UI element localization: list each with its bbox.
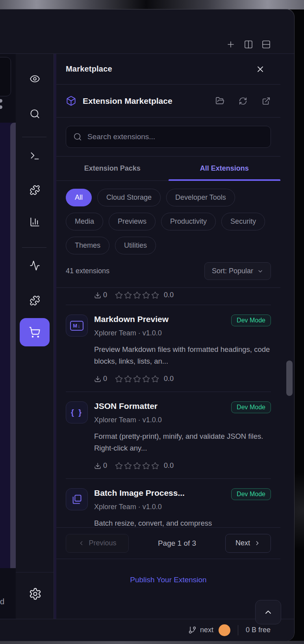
refresh-icon[interactable] — [238, 96, 248, 106]
category-chip-previews[interactable]: Previews — [109, 213, 156, 230]
extension-icon-tile: M↓ — [66, 315, 88, 337]
extension-meta: Xplorer Team · v1.0.0 — [94, 416, 271, 424]
scrollbar-thumb[interactable] — [286, 361, 293, 396]
card-title-row: Batch Image Process...Dev Mode — [94, 488, 271, 500]
panel-title: Marketplace — [66, 64, 112, 74]
rating-value: 0.0 — [164, 462, 174, 470]
split-horizontal-button-icon[interactable] — [261, 40, 271, 49]
titlebar — [0, 9, 294, 53]
dev-mode-badge: Dev Mode — [231, 315, 271, 326]
rail-divider — [16, 572, 54, 572]
extension-card-partial[interactable]: 00.0 — [66, 288, 271, 305]
new-tab-button-icon[interactable] — [226, 40, 235, 49]
extension-icon-tile: { } — [66, 401, 88, 423]
extension-card[interactable]: { }JSON FormatterDev ModeXplorer Team · … — [66, 392, 271, 478]
images-icon — [71, 494, 82, 505]
close-icon[interactable] — [255, 64, 265, 74]
json-braces-icon: { } — [71, 408, 83, 417]
marketplace-panel-inner: Marketplace Extension Marketplace — [56, 54, 280, 619]
chevron-left-icon — [78, 540, 85, 546]
results-count: 41 extensions — [66, 267, 109, 275]
panel-footer: Publish Your Extension — [56, 559, 280, 619]
page-status: Page 1 of 3 — [129, 539, 225, 548]
extension-card[interactable]: M↓Markdown PreviewDev ModeXplorer Team ·… — [66, 305, 271, 392]
app-window: d Marketplace Extension Marketplace — [0, 9, 295, 641]
sidebar-item-preview[interactable] — [29, 73, 40, 84]
category-chip-developer-tools[interactable]: Developer Tools — [166, 189, 235, 206]
split-vertical-button-icon[interactable] — [244, 40, 253, 49]
category-chip-all[interactable]: All — [66, 189, 92, 206]
previous-page-button[interactable]: Previous — [66, 534, 129, 553]
marketplace-panel: Marketplace Extension Marketplace — [54, 54, 294, 619]
category-chip-productivity[interactable]: Productivity — [161, 213, 216, 230]
sidebar-item-marketplace[interactable] — [20, 318, 50, 346]
git-branch-indicator[interactable]: next — [188, 626, 213, 634]
fragment-text: d — [0, 597, 4, 606]
search-icon — [73, 132, 82, 141]
category-chip-security[interactable]: Security — [221, 213, 265, 230]
card-title-row: Markdown PreviewDev Mode — [94, 315, 271, 326]
sidebar-item-plugins[interactable] — [29, 295, 40, 306]
extension-meta: Xplorer Team · v1.0.0 — [94, 329, 271, 337]
sort-dropdown[interactable]: Sort: Popular — [204, 262, 271, 280]
desktop: { "titlebar": { "icons": [ { "name": "ne… — [0, 0, 304, 644]
sidebar-item-extensions[interactable] — [29, 184, 40, 195]
tab-all-extensions[interactable]: All Extensions — [169, 156, 281, 180]
rating-row: 00.0 — [94, 291, 271, 299]
gear-icon — [29, 587, 42, 600]
star-rating — [115, 375, 159, 383]
category-chip-media[interactable]: Media — [66, 213, 103, 230]
search-box[interactable] — [66, 126, 271, 148]
rating-value: 0.0 — [164, 291, 174, 299]
category-chip-cloud-storage[interactable]: Cloud Storage — [97, 189, 161, 206]
search-input[interactable] — [87, 132, 263, 141]
rail-divider — [22, 137, 46, 137]
extension-title: JSON Formatter — [94, 401, 227, 411]
category-chip-utilities[interactable]: Utilities — [115, 237, 156, 254]
chevron-up-icon — [263, 607, 273, 617]
card-head: M↓Markdown PreviewDev ModeXplorer Team ·… — [66, 315, 271, 337]
puzzle-icon — [30, 185, 40, 195]
status-indicator-dot — [219, 624, 230, 636]
extension-icon-tile — [66, 488, 88, 510]
git-branch-name: next — [200, 626, 213, 634]
dev-mode-badge: Dev Mode — [231, 401, 271, 413]
download-icon — [94, 292, 101, 299]
sidebar-item-search[interactable] — [29, 108, 40, 119]
extension-card[interactable]: Batch Image Process...Dev ModeXplorer Te… — [66, 478, 271, 527]
puzzle-icon — [30, 295, 40, 306]
folder-open-icon[interactable] — [215, 96, 224, 106]
sidebar-item-settings[interactable] — [28, 587, 42, 600]
fragment-panel — [0, 123, 16, 568]
download-icon — [94, 462, 101, 469]
fragment-card — [0, 57, 11, 96]
wallpaper-top — [0, 0, 304, 9]
next-page-button[interactable]: Next — [225, 534, 271, 553]
header-actions — [215, 96, 271, 106]
download-count: 0 — [103, 462, 107, 470]
next-label: Next — [235, 539, 250, 547]
sidebar-item-terminal[interactable] — [29, 150, 40, 161]
category-chip-themes[interactable]: Themes — [66, 237, 109, 254]
publish-extension-link[interactable]: Publish Your Extension — [130, 576, 206, 584]
sidebar-item-activity[interactable] — [29, 260, 40, 271]
extension-title: Batch Image Process... — [94, 488, 227, 498]
scroll-to-top-button[interactable] — [255, 600, 281, 624]
background-panel-fragment: d — [0, 54, 16, 619]
tab-extension-packs[interactable]: Extension Packs — [56, 156, 169, 180]
external-link-icon[interactable] — [261, 96, 271, 106]
download-count: 0 — [103, 291, 107, 299]
rating-value: 0.0 — [164, 375, 174, 383]
chevron-right-icon — [254, 540, 261, 546]
activity-icon — [30, 260, 40, 271]
git-branch-icon — [188, 626, 196, 634]
extension-description: Preview Markdown files with formatted he… — [94, 344, 271, 367]
status-bar: next 0 B free — [0, 619, 294, 641]
chevron-down-icon — [257, 268, 263, 274]
eye-icon — [30, 74, 40, 84]
filters-section: AllCloud StorageDeveloper ToolsMediaPrev… — [56, 181, 280, 288]
extension-list: 00.0M↓Markdown PreviewDev ModeXplorer Te… — [56, 288, 280, 527]
card-title-row: JSON FormatterDev Mode — [94, 401, 271, 413]
cart-icon — [29, 326, 41, 338]
sidebar-item-stats[interactable] — [29, 216, 40, 227]
